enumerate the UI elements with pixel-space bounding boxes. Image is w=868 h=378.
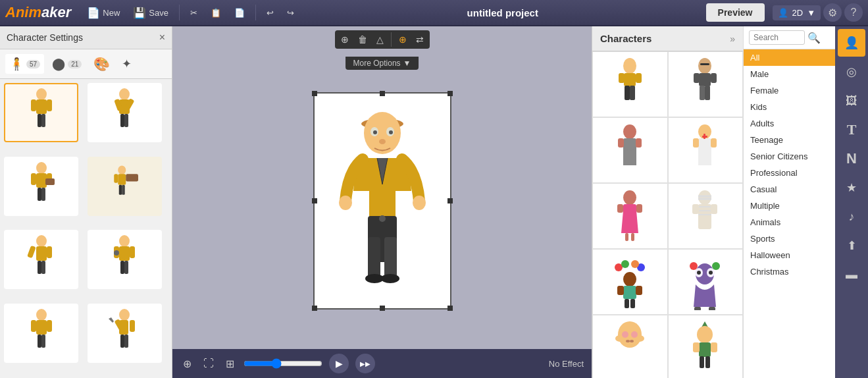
char-thumb-4[interactable] [88,157,162,216]
char-thumb-7[interactable] [4,304,78,363]
char-card-10[interactable] [668,315,744,378]
handle-bottom-mid[interactable] [380,306,385,311]
target-btn[interactable]: ⊕ [180,355,194,373]
char-card-8[interactable] [668,249,744,315]
char-thumb-1[interactable] [4,83,78,142]
svg-point-119 [697,271,701,275]
image-tool-btn[interactable]: 🖼 [838,87,865,115]
cat-christmas[interactable]: Christmas [744,263,835,280]
star-tool-btn[interactable]: ★ [838,174,865,202]
char-card-5[interactable] [592,183,668,249]
svg-rect-49 [124,335,128,348]
paste-button[interactable]: 📄 [229,5,250,20]
redo-button[interactable]: ↪ [282,5,299,20]
svg-rect-85 [693,138,699,148]
tab-poses[interactable]: 🧍 57 [5,54,44,74]
new-button[interactable]: 📄 New [82,4,125,22]
screen-tool-btn[interactable]: ▬ [838,261,865,288]
handle-left-mid[interactable] [312,198,317,203]
svg-point-44 [119,309,130,321]
cat-male[interactable]: Male [744,66,835,82]
new-icon: 📄 [87,7,100,19]
cat-female[interactable]: Female [744,82,835,99]
timeline-slider[interactable] [243,358,322,369]
cat-teenage[interactable]: Teenage [744,132,835,148]
handle-top-mid[interactable] [380,91,385,96]
char-card-4[interactable] [668,117,744,183]
cat-adults[interactable]: Adults [744,115,835,132]
settings-button[interactable]: ⚙ [823,3,842,22]
svg-rect-28 [47,246,52,258]
char-card-1[interactable] [592,51,668,117]
undo-button[interactable]: ↩ [261,5,279,20]
handle-bottom-right[interactable] [447,306,453,311]
characters-header: Characters » [592,26,743,51]
handle-top-left[interactable] [312,91,317,96]
char-expand-button[interactable]: » [730,34,735,44]
close-button[interactable]: × [159,32,165,43]
rotate-btn[interactable]: ⊕ [395,32,411,47]
char-thumb-5[interactable] [4,230,78,289]
tab-colors[interactable]: 🎨 [89,53,114,74]
help-button[interactable]: ? [844,3,863,22]
svg-rect-43 [41,335,45,348]
handle-right-mid[interactable] [447,198,453,203]
char-card-3[interactable] [592,117,668,183]
svg-point-58 [339,196,352,210]
svg-rect-94 [631,233,634,241]
grid-btn[interactable]: ⊞ [223,355,237,373]
svg-rect-42 [38,335,41,348]
cat-sports[interactable]: Sports [744,230,835,247]
move-btn[interactable]: ⊕ [337,32,353,47]
tab-effects[interactable]: ✦ [118,54,136,74]
scene-icon: ⬤ [52,57,65,71]
center-canvas: ⊕ 🗑 △ ⊕ ⇄ More Options ▼ [172,26,592,378]
separator [255,5,256,20]
char-card-6[interactable] [668,183,744,249]
chevron-down-icon: ▼ [807,8,815,18]
expand-btn[interactable]: ⛶ [201,355,217,372]
tab-scenes[interactable]: ⬤ 21 [48,54,86,74]
svg-rect-27 [27,246,36,259]
preview-button[interactable]: Preview [706,3,765,22]
location-tool-btn[interactable]: ◎ [838,58,865,86]
upload-tool-btn[interactable]: ⬆ [838,232,865,259]
handle-bottom-left[interactable] [312,306,317,311]
cat-all[interactable]: All [744,49,835,66]
font-tool-btn[interactable]: N [838,145,865,173]
char-card-7[interactable] [592,249,668,315]
canvas-area[interactable]: ⊕ 🗑 △ ⊕ ⇄ More Options ▼ [172,26,592,349]
char-card-2[interactable] [668,51,744,117]
save-button[interactable]: 💾 Save [128,4,174,22]
char-thumb-2[interactable] [88,83,162,142]
music-tool-btn[interactable]: ♪ [838,203,865,230]
next-frame-button[interactable]: ▶▶ [355,354,375,373]
svg-point-107 [631,260,639,268]
more-options-bar[interactable]: More Options ▼ [345,57,419,70]
view-mode-select[interactable]: 👤 2D ▼ [773,5,821,20]
handle-top-right[interactable] [447,91,453,96]
search-input[interactable] [749,30,805,45]
char-thumb-6[interactable] [88,230,162,289]
play-button[interactable]: ▶ [329,354,349,373]
delete-btn[interactable]: 🗑 [354,32,371,47]
cat-halloween[interactable]: Halloween [744,247,835,263]
svg-point-79 [623,124,636,139]
cat-animals[interactable]: Animals [744,214,835,230]
char-thumb-8[interactable] [88,304,162,363]
swap-btn[interactable]: ⇄ [412,32,428,47]
cat-senior[interactable]: Senior Citizens [744,148,835,165]
copy-button[interactable]: 📋 [205,5,226,20]
character-tool-btn[interactable]: 👤 [838,29,865,57]
cat-kids[interactable]: Kids [744,99,835,115]
char-thumb-3[interactable] [4,157,78,216]
cut-button[interactable]: ✂ [185,5,203,20]
svg-rect-122 [709,307,715,310]
char-card-9[interactable] [592,315,668,378]
flip-btn[interactable]: △ [372,32,388,47]
cat-professional[interactable]: Professional [744,165,835,181]
cat-casual[interactable]: Casual [744,181,835,198]
cat-multiple[interactable]: Multiple [744,198,835,214]
svg-rect-102 [692,204,699,214]
text-tool-btn[interactable]: T [838,116,865,144]
